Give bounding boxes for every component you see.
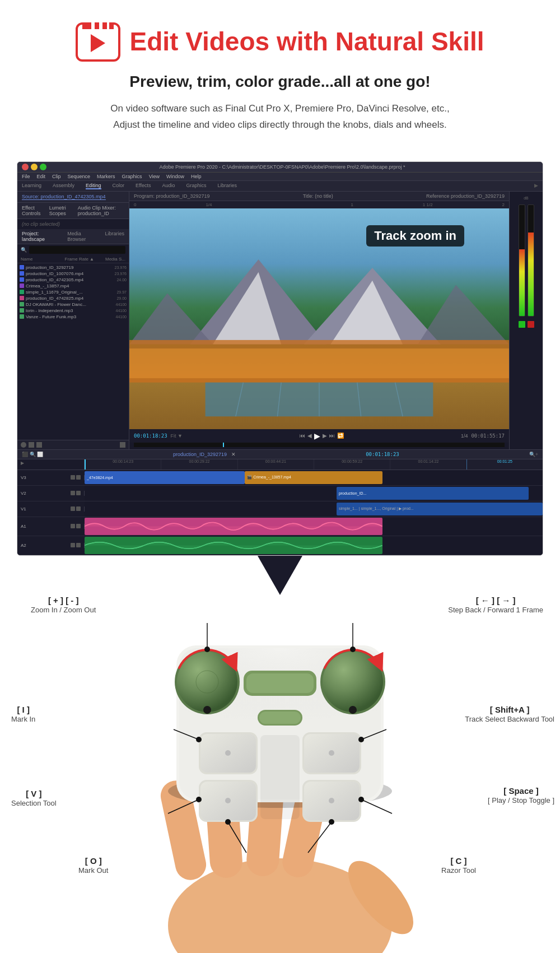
- ws-color[interactable]: Color: [113, 183, 125, 189]
- annotation-plus-minus: [ + ] [ - ] Zoom In / Zoom Out: [31, 595, 96, 615]
- track-content-v2: production_ID...: [85, 486, 543, 501]
- step-back-btn[interactable]: ◀: [307, 433, 312, 439]
- track-label-a1: A1: [17, 524, 85, 529]
- svg-point-60: [358, 797, 364, 802]
- ws-effects[interactable]: Effects: [136, 183, 151, 189]
- meter-fill-right: [528, 233, 534, 316]
- list-item[interactable]: DJ OKAWARI - Flower Danc... 44100: [17, 301, 129, 308]
- min-btn[interactable]: [31, 164, 38, 170]
- svg-marker-5: [418, 285, 509, 344]
- list-item[interactable]: Vanze - Future Funk.mp3 44100: [17, 314, 129, 320]
- annotation-plus-minus-keys: [ + ] [ - ]: [31, 595, 96, 606]
- annotation-mark-out-keys: [ O ]: [78, 856, 108, 867]
- ws-editing[interactable]: Editing: [86, 183, 101, 189]
- project-panel: Project: landscape Media Browser Librari…: [17, 229, 129, 440]
- go-to-in-btn[interactable]: ⏮: [300, 433, 305, 439]
- effect-controls-tab[interactable]: Effect Controls: [22, 205, 44, 216]
- description: On video software such as Final Cut Pro …: [62, 101, 498, 133]
- step-fwd-btn[interactable]: ▶: [323, 433, 327, 439]
- list-item[interactable]: production_ID_3292719 23.976: [17, 264, 129, 271]
- track-row-v2: V2 production_ID...: [17, 486, 543, 501]
- ws-libraries[interactable]: Libraries: [218, 183, 237, 189]
- annotation-play-stop-desc: [ Play / Stop Toggle ]: [488, 796, 554, 805]
- close-btn[interactable]: [22, 164, 29, 170]
- play-btn[interactable]: ▶: [314, 431, 320, 440]
- clip-v1[interactable]: simple_1... | simple_1..., Original | ▶ …: [337, 503, 543, 515]
- source-tab[interactable]: Source: production_ID_4742305.mp4: [22, 194, 106, 200]
- lumetri-tab[interactable]: Lumetri Scopes: [49, 205, 72, 216]
- menu-markers[interactable]: Markers: [97, 174, 115, 179]
- media-browser-tab[interactable]: Media Browser: [67, 231, 100, 242]
- program-header: Program: production_ID_3292719 Title: (n…: [129, 192, 509, 201]
- file-icon-audio: [20, 314, 24, 319]
- annotation-razor-tool-keys: [ C ]: [441, 856, 476, 867]
- list-item[interactable]: production_ID_4742305.mp4 24.00: [17, 277, 129, 283]
- audio-meters: [519, 204, 534, 317]
- menu-window[interactable]: Window: [166, 174, 184, 179]
- clip-v3-2[interactable]: 🎬 Crimea_-_13857.mp4: [245, 471, 382, 484]
- list-item[interactable]: lorin - Independent.mp3 44100: [17, 308, 129, 314]
- list-item[interactable]: Crimea_-_13857.mp4: [17, 283, 129, 289]
- project-tabs: Project: landscape Media Browser Librari…: [17, 229, 129, 244]
- list-item[interactable]: production_ID_1007076.mp4 23.976: [17, 271, 129, 277]
- timeline-sequence-tab[interactable]: production_ID_3292719: [173, 452, 227, 457]
- menu-clip[interactable]: Clip: [52, 174, 61, 179]
- go-to-out-btn[interactable]: ⏭: [329, 433, 335, 439]
- annotation-selection-tool-desc: Selection Tool: [11, 799, 57, 807]
- timeline-tools: ⬛ 🔍 ⬜: [22, 452, 43, 457]
- svg-point-52: [350, 647, 356, 652]
- svg-point-62: [225, 819, 231, 825]
- audio-clip-a2[interactable]: [85, 537, 382, 554]
- annotation-mark-in-desc: Mark In: [11, 715, 35, 723]
- file-icon-video: [20, 290, 24, 294]
- menu-file[interactable]: File: [22, 174, 30, 179]
- ruler-mark-3: 00:00:44:21: [237, 459, 314, 469]
- annotation-track-select-desc: Track Select Backward Tool: [465, 715, 554, 723]
- premiere-panels: Source: production_ID_4742305.mp4 Effect…: [17, 192, 543, 449]
- panel-left: Source: production_ID_4742305.mp4 Effect…: [17, 192, 129, 449]
- loop-btn[interactable]: 🔁: [337, 433, 344, 439]
- timeline-header-label: ▶: [21, 461, 24, 466]
- page-wrapper: Edit Videos with Natural Skill Preview, …: [0, 0, 560, 953]
- list-item[interactable]: simple_1_11679_Original_... 29.97: [17, 289, 129, 295]
- timecode-current: 00:01:18:23: [134, 433, 167, 439]
- menu-edit[interactable]: Edit: [37, 174, 46, 179]
- device-area: [ + ] [ - ] Zoom In / Zoom Out [ ← ] [ →…: [0, 595, 560, 953]
- track-row-v1: V1 simple_1... | simple_1..., Original |…: [17, 501, 543, 517]
- track-content-a1: [85, 517, 543, 536]
- max-btn[interactable]: [40, 164, 46, 170]
- annotation-mark-out: [ O ] Mark Out: [78, 856, 108, 875]
- ws-learning[interactable]: Learning: [22, 183, 41, 189]
- meter-right: [528, 204, 534, 317]
- playback-controls: 00:01:18:23 Fit ▼ ⏮ ◀ ▶ ▶ ⏭ 🔁: [129, 429, 509, 443]
- ws-audio[interactable]: Audio: [162, 183, 175, 189]
- project-landscape-tab[interactable]: Project: landscape: [22, 231, 63, 242]
- timeline-section: ⬛ 🔍 ⬜ production_ID_3292719 ✕ 00:01:18:2…: [17, 449, 543, 555]
- audio-clip-a1[interactable]: [85, 518, 382, 535]
- down-arrow-container: [0, 556, 560, 595]
- title-row: Edit Videos with Natural Skill: [34, 22, 526, 62]
- workspace-tabs: Learning Assembly Editing Color Effects …: [17, 181, 543, 192]
- svg-point-64: [329, 819, 334, 825]
- annotation-step-frames-desc: Step Back / Forward 1 Frame: [448, 606, 543, 614]
- svg-point-41: [329, 750, 334, 756]
- track-row-v3: V3 _47e3824.mp4 🎬 Crimea_-_13857.mp4: [17, 470, 543, 486]
- timeline-toolbar: ⬛ 🔍 ⬜ production_ID_3292719 ✕ 00:01:18:2…: [17, 450, 543, 459]
- menu-help[interactable]: Help: [191, 174, 202, 179]
- premiere-screenshot: Adobe Premiere Pro 2020 - C:\Administrat…: [17, 161, 543, 556]
- subtitle: Preview, trim, color grade...all at one …: [34, 73, 526, 91]
- clip-v2[interactable]: production_ID...: [337, 487, 529, 500]
- clip-v3-1[interactable]: _47e3824.mp4: [85, 471, 245, 484]
- ws-assembly[interactable]: Assembly: [53, 183, 74, 189]
- annotation-mark-out-desc: Mark Out: [78, 866, 108, 875]
- libraries-tab[interactable]: Libraries: [105, 231, 124, 242]
- audio-clip-tab[interactable]: Audio Clip Mixer: production_ID: [78, 205, 124, 216]
- premiere-titlebar: Adobe Premiere Pro 2020 - C:\Administrat…: [17, 162, 543, 173]
- menu-sequence[interactable]: Sequence: [68, 174, 91, 179]
- menu-view[interactable]: View: [149, 174, 160, 179]
- ws-graphics[interactable]: Graphics: [186, 183, 206, 189]
- list-item[interactable]: production_ID_4742825.mp4 29.00: [17, 295, 129, 301]
- menu-graphics[interactable]: Graphics: [122, 174, 142, 179]
- track-label-a2: A2: [17, 543, 85, 548]
- audio-meters-panel: dB: [509, 192, 543, 449]
